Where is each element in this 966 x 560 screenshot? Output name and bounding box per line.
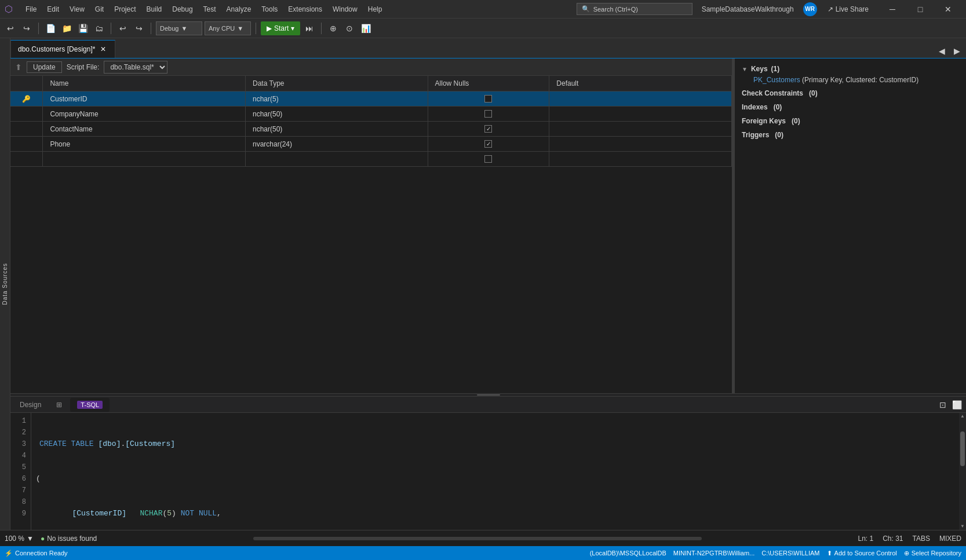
menu-file[interactable]: File	[21, 3, 41, 16]
menu-edit[interactable]: Edit	[42, 3, 64, 16]
toolbar-back[interactable]: ↩	[3, 21, 17, 35]
nulls-checkbox-2[interactable]	[484, 110, 492, 118]
row-type-cell[interactable]: nvarchar(24)	[246, 137, 428, 152]
update-button[interactable]: Update	[27, 61, 62, 73]
toolbar-arrow-icon: ⬆	[15, 63, 22, 72]
row-type-cell[interactable]: nchar(50)	[246, 122, 428, 137]
row-default-cell[interactable]	[549, 137, 732, 152]
row-name-cell[interactable]: ContactName	[43, 122, 246, 137]
toolbar-attach[interactable]: ⊕	[326, 21, 340, 35]
menu-extensions[interactable]: Extensions	[283, 3, 327, 16]
row-type-cell[interactable]: nchar(5)	[246, 91, 428, 107]
scroll-down-arrow[interactable]: ▼	[959, 523, 966, 530]
menu-debug[interactable]: Debug	[167, 3, 197, 16]
row-type-cell[interactable]	[246, 152, 428, 167]
sql-type: NCHAR	[126, 508, 162, 519]
prop-triggers-header[interactable]: Triggers (0)	[742, 129, 959, 141]
toolbar-redo[interactable]: ↪	[132, 21, 146, 35]
tab-close-icon[interactable]: ✕	[99, 45, 108, 54]
add-to-source[interactable]: ⬆ Add to Source Control	[827, 550, 897, 557]
row-nulls-cell[interactable]	[428, 107, 549, 122]
prop-fk-header[interactable]: Foreign Keys (0)	[742, 115, 959, 127]
menu-bar: File Edit View Git Project Build Debug T…	[21, 3, 577, 16]
menu-tools[interactable]: Tools	[257, 3, 282, 16]
live-share-button[interactable]: ↗ Live Share	[822, 3, 874, 16]
menu-test[interactable]: Test	[199, 3, 221, 16]
platform-dropdown[interactable]: Any CPU ▼	[205, 21, 251, 35]
row-name-cell[interactable]: Phone	[43, 137, 246, 152]
nulls-checkbox-3[interactable]	[484, 125, 492, 133]
table-row[interactable]: 🔑 CustomerID nchar(5)	[10, 91, 732, 107]
toolbar-forward[interactable]: ↪	[20, 21, 34, 35]
code-area[interactable]: CREATE TABLE [dbo].[Customers] ( [Custom…	[31, 413, 959, 530]
minimize-button[interactable]: ─	[879, 0, 906, 19]
prop-keys-header[interactable]: ▼ Keys (1)	[742, 63, 959, 75]
nulls-checkbox-4[interactable]	[484, 140, 492, 148]
tab-bar-controls: ◀ ▶	[935, 44, 966, 58]
tab-scroll-right[interactable]: ▶	[950, 44, 964, 58]
scroll-up-arrow[interactable]: ▲	[959, 413, 966, 420]
menu-build[interactable]: Build	[142, 3, 167, 16]
scrollbar-area[interactable]	[104, 537, 851, 540]
platform-arrow: ▼	[237, 25, 243, 32]
menu-view[interactable]: View	[65, 3, 89, 16]
row-default-cell[interactable]	[549, 152, 732, 167]
col-header-name: Name	[43, 76, 246, 91]
nulls-checkbox-5[interactable]	[484, 155, 492, 163]
scroll-thumb[interactable]	[960, 431, 965, 466]
table-row[interactable]: ContactName nchar(50)	[10, 122, 732, 137]
tab-customers-design[interactable]: dbo.Customers [Design]* ✕	[10, 40, 115, 58]
toolbar-save[interactable]: 💾	[76, 21, 90, 35]
ln-info: Ln: 1	[858, 535, 873, 543]
editor-expand-btn[interactable]: ⬜	[950, 398, 964, 412]
row-default-cell[interactable]	[549, 91, 732, 107]
table-row[interactable]: CompanyName nchar(50)	[10, 107, 732, 122]
right-scrollbar[interactable]: ▲ ▼	[959, 413, 966, 530]
menu-project[interactable]: Project	[110, 3, 140, 16]
toolbar-save-all[interactable]: 🗂	[92, 21, 106, 35]
table-row[interactable]: Phone nvarchar(24)	[10, 137, 732, 152]
toolbar-perf[interactable]: 📊	[359, 21, 373, 35]
script-file-dropdown[interactable]: dbo.Table.sql*	[104, 61, 167, 74]
table-grid[interactable]: Name Data Type Allow Nulls Default	[10, 76, 732, 393]
maximize-button[interactable]: □	[907, 0, 934, 19]
row-name-cell[interactable]: CustomerID	[43, 91, 246, 107]
editor-split-btn[interactable]: ⊡	[936, 398, 950, 412]
row-nulls-cell[interactable]	[428, 137, 549, 152]
sql-content[interactable]: 1 2 3 4 5 6 7 8 9	[10, 413, 966, 530]
menu-git[interactable]: Git	[90, 3, 108, 16]
tab-tsql[interactable]: T-SQL	[70, 398, 110, 412]
table-row[interactable]	[10, 152, 732, 167]
tab-design[interactable]: Design	[13, 398, 48, 412]
nulls-checkbox-1[interactable]	[484, 95, 492, 103]
toolbar-new[interactable]: 📄	[43, 21, 57, 35]
row-name-cell[interactable]	[43, 152, 246, 167]
row-type-cell[interactable]: nchar(50)	[246, 107, 428, 122]
prop-check-header[interactable]: Check Constraints (0)	[742, 87, 959, 99]
toolbar-undo[interactable]: ↩	[116, 21, 130, 35]
tab-grid[interactable]: ⊞	[49, 398, 69, 412]
code-line-3: [CustomerID] NCHAR(5) NOT NULL,	[36, 508, 954, 519]
row-default-cell[interactable]	[549, 122, 732, 137]
prop-indexes-header[interactable]: Indexes (0)	[742, 101, 959, 113]
debug-config-dropdown[interactable]: Debug ▼	[156, 21, 202, 35]
menu-window[interactable]: Window	[328, 3, 362, 16]
toolbar-breakpoints[interactable]: ⊙	[342, 21, 356, 35]
zoom-selector[interactable]: 100 % ▼	[5, 535, 34, 543]
row-name-cell[interactable]: CompanyName	[43, 107, 246, 122]
horizontal-scroll[interactable]	[253, 537, 702, 540]
row-default-cell[interactable]	[549, 107, 732, 122]
toolbar-open[interactable]: 📁	[60, 21, 74, 35]
ln-col-info: Ln: 1 Ch: 31 TABS MIXED	[858, 535, 961, 543]
toolbar-step-over[interactable]: ⏭	[302, 21, 316, 35]
menu-help[interactable]: Help	[363, 3, 387, 16]
search-box[interactable]: 🔍 Search (Ctrl+Q)	[577, 3, 692, 15]
row-nulls-cell[interactable]	[428, 152, 549, 167]
menu-analyze[interactable]: Analyze	[222, 3, 256, 16]
row-nulls-cell[interactable]	[428, 91, 549, 107]
close-button[interactable]: ✕	[935, 0, 961, 19]
tab-scroll-left[interactable]: ◀	[935, 44, 949, 58]
row-nulls-cell[interactable]	[428, 122, 549, 137]
start-button[interactable]: ▶ Start ▾	[261, 21, 300, 35]
select-repository[interactable]: ⊕ Select Repository	[904, 550, 961, 557]
